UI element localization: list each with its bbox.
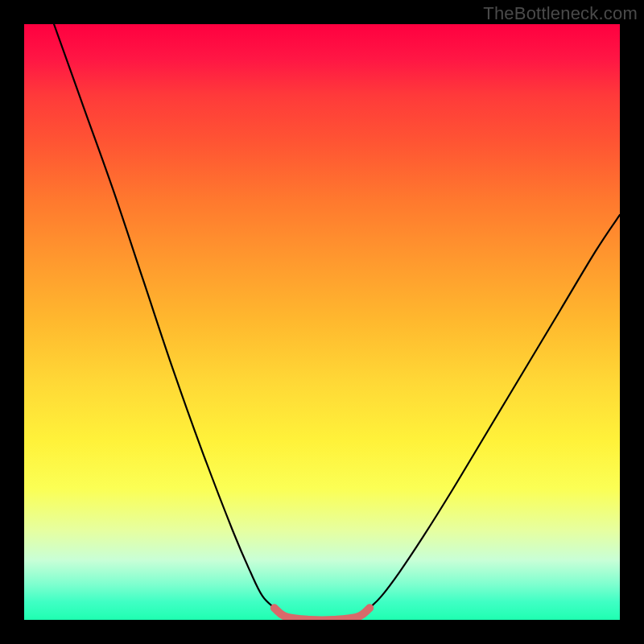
optimal-basin — [275, 608, 369, 620]
right-curve — [369, 215, 620, 608]
left-curve — [54, 24, 275, 608]
chart-frame: TheBottleneck.com — [0, 0, 644, 644]
plot-area — [24, 24, 620, 620]
curve-layer — [24, 24, 620, 620]
watermark-text: TheBottleneck.com — [483, 3, 638, 24]
